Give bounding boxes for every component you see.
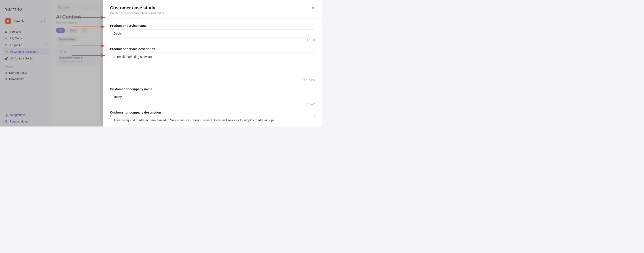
- customer-name-char-count: 7 / 100: [110, 102, 315, 105]
- product-name-char-count: 4 / 100: [110, 39, 315, 42]
- modal-close-button[interactable]: ×: [310, 4, 317, 12]
- product-name-label: Product or service name: [110, 24, 315, 27]
- modal-subtitle: Creates customer case studies with notes: [110, 11, 315, 15]
- product-description-group: Product or service description AI email …: [110, 47, 315, 82]
- product-description-label: Product or service description: [110, 47, 315, 51]
- customer-description-group: Customer or company description Advertis…: [110, 111, 315, 126]
- customer-name-input[interactable]: [110, 93, 315, 101]
- modal-body: Product or service name 4 / 100 Product …: [103, 18, 322, 126]
- customer-name-label: Customer or company name: [110, 87, 315, 91]
- product-description-textarea[interactable]: AI email marketing software: [110, 52, 315, 77]
- customer-description-label: Customer or company description: [110, 111, 315, 114]
- modal-header: Customer case study Creates customer cas…: [103, 0, 322, 18]
- customer-name-group: Customer or company name 7 / 100: [110, 87, 315, 105]
- product-name-input[interactable]: [110, 29, 315, 38]
- modal-title: Customer case study: [110, 5, 315, 10]
- product-description-char-count: 27 / 10000: [110, 79, 315, 82]
- product-name-group: Product or service name 4 / 100: [110, 24, 315, 42]
- customer-description-textarea[interactable]: Advertising and marketing firm, based in…: [110, 116, 315, 126]
- modal-panel: Customer case study Creates customer cas…: [103, 0, 322, 126]
